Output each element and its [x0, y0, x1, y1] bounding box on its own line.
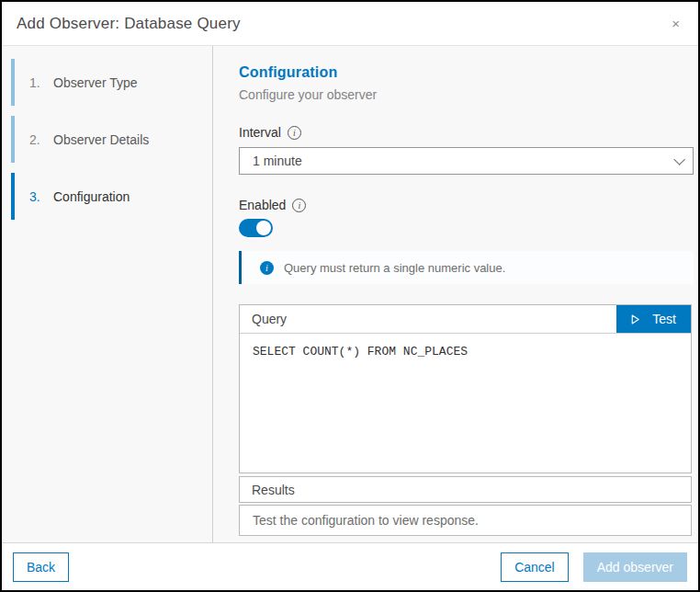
- step-number: 2.: [29, 132, 46, 147]
- dialog-title: Add Observer: Database Query: [17, 15, 241, 33]
- enabled-label-row: Enabled i: [239, 198, 694, 212]
- add-observer-dialog: Add Observer: Database Query × 1. Observ…: [0, 0, 700, 592]
- panel-heading: Configuration: [239, 64, 694, 81]
- step-number: 3.: [29, 189, 46, 204]
- back-button[interactable]: Back: [13, 552, 69, 582]
- query-box: Query Test SELECT COUNT(*) FROM NC_PLACE…: [239, 304, 692, 473]
- query-header: Query Test: [240, 305, 691, 334]
- results-header: Results: [239, 476, 692, 503]
- interval-select[interactable]: 1 minute: [239, 147, 694, 175]
- cancel-button[interactable]: Cancel: [501, 552, 569, 582]
- add-observer-button[interactable]: Add observer: [583, 552, 687, 582]
- wizard-step-configuration[interactable]: 3. Configuration: [2, 173, 212, 220]
- dialog-titlebar: Add Observer: Database Query ×: [2, 2, 698, 46]
- wizard-step-observer-type[interactable]: 1. Observer Type: [2, 59, 212, 106]
- wizard-steps: 1. Observer Type 2. Observer Details 3. …: [2, 46, 213, 542]
- step-indicator-bar: [11, 116, 15, 163]
- enabled-toggle[interactable]: [239, 219, 273, 237]
- step-indicator-bar: [11, 173, 15, 220]
- step-label: Observer Type: [53, 75, 138, 90]
- step-number: 1.: [29, 75, 46, 90]
- test-button[interactable]: Test: [616, 305, 691, 333]
- interval-label-row: Interval i: [239, 125, 694, 140]
- dialog-body: 1. Observer Type 2. Observer Details 3. …: [2, 46, 698, 542]
- interval-selected-value: 1 minute: [253, 154, 302, 168]
- dialog-footer: Back Cancel Add observer: [2, 542, 698, 590]
- wizard-step-observer-details[interactable]: 2. Observer Details: [2, 116, 212, 163]
- enabled-info-icon[interactable]: i: [292, 199, 306, 212]
- step-indicator-bar: [11, 59, 15, 106]
- panel-subheading: Configure your observer: [239, 87, 694, 102]
- toggle-knob: [256, 221, 271, 235]
- step-label: Configuration: [53, 189, 130, 204]
- info-icon: i: [260, 261, 274, 275]
- chevron-down-icon: [673, 154, 685, 165]
- query-editor[interactable]: SELECT COUNT(*) FROM NC_PLACES: [240, 334, 691, 472]
- query-panel-label: Query: [240, 305, 287, 333]
- step-label: Observer Details: [53, 132, 149, 147]
- test-button-label: Test: [652, 312, 676, 326]
- configuration-panel: Configuration Configure your observer In…: [213, 46, 698, 542]
- results-placeholder: Test the configuration to view response.: [239, 505, 692, 536]
- close-icon[interactable]: ×: [668, 15, 683, 32]
- info-banner: i Query must return a single numeric val…: [239, 251, 694, 284]
- banner-message: Query must return a single numeric value…: [284, 261, 505, 275]
- interval-info-icon[interactable]: i: [288, 126, 301, 140]
- query-panel: Query Test SELECT COUNT(*) FROM NC_PLACE…: [239, 304, 692, 536]
- enabled-label: Enabled: [239, 198, 286, 212]
- play-icon: [629, 313, 641, 325]
- interval-label: Interval: [239, 125, 281, 140]
